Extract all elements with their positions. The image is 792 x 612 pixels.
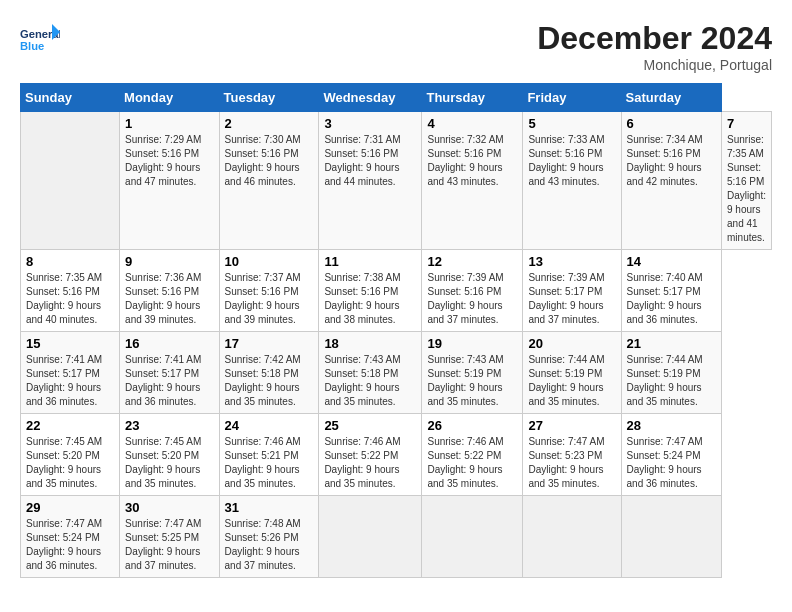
day-number: 29 xyxy=(26,500,114,515)
day-info: Sunrise: 7:30 AMSunset: 5:16 PMDaylight:… xyxy=(225,133,314,189)
day-info: Sunrise: 7:34 AMSunset: 5:16 PMDaylight:… xyxy=(627,133,716,189)
day-info: Sunrise: 7:41 AMSunset: 5:17 PMDaylight:… xyxy=(125,353,213,409)
title-section: December 2024 Monchique, Portugal xyxy=(537,20,772,73)
calendar-day-cell: 15Sunrise: 7:41 AMSunset: 5:17 PMDayligh… xyxy=(21,332,120,414)
day-info: Sunrise: 7:47 AMSunset: 5:23 PMDaylight:… xyxy=(528,435,615,491)
page-header: General Blue December 2024 Monchique, Po… xyxy=(20,20,772,73)
day-info: Sunrise: 7:47 AMSunset: 5:24 PMDaylight:… xyxy=(26,517,114,573)
calendar-day-cell xyxy=(523,496,621,578)
day-info: Sunrise: 7:47 AMSunset: 5:24 PMDaylight:… xyxy=(627,435,716,491)
day-number: 31 xyxy=(225,500,314,515)
day-number: 18 xyxy=(324,336,416,351)
calendar-day-cell xyxy=(21,112,120,250)
calendar-day-cell: 18Sunrise: 7:43 AMSunset: 5:18 PMDayligh… xyxy=(319,332,422,414)
calendar-day-cell: 30Sunrise: 7:47 AMSunset: 5:25 PMDayligh… xyxy=(120,496,219,578)
weekday-header-cell: Saturday xyxy=(621,84,721,112)
day-number: 22 xyxy=(26,418,114,433)
calendar-day-cell xyxy=(319,496,422,578)
day-number: 7 xyxy=(727,116,766,131)
calendar-day-cell: 20Sunrise: 7:44 AMSunset: 5:19 PMDayligh… xyxy=(523,332,621,414)
day-info: Sunrise: 7:31 AMSunset: 5:16 PMDaylight:… xyxy=(324,133,416,189)
calendar-day-cell: 7Sunrise: 7:35 AMSunset: 5:16 PMDaylight… xyxy=(722,112,772,250)
day-info: Sunrise: 7:29 AMSunset: 5:16 PMDaylight:… xyxy=(125,133,213,189)
calendar-day-cell: 5Sunrise: 7:33 AMSunset: 5:16 PMDaylight… xyxy=(523,112,621,250)
day-number: 6 xyxy=(627,116,716,131)
calendar-day-cell: 29Sunrise: 7:47 AMSunset: 5:24 PMDayligh… xyxy=(21,496,120,578)
day-info: Sunrise: 7:45 AMSunset: 5:20 PMDaylight:… xyxy=(26,435,114,491)
calendar-week-row: 1Sunrise: 7:29 AMSunset: 5:16 PMDaylight… xyxy=(21,112,772,250)
day-number: 17 xyxy=(225,336,314,351)
calendar-day-cell: 9Sunrise: 7:36 AMSunset: 5:16 PMDaylight… xyxy=(120,250,219,332)
calendar-day-cell: 4Sunrise: 7:32 AMSunset: 5:16 PMDaylight… xyxy=(422,112,523,250)
day-info: Sunrise: 7:43 AMSunset: 5:18 PMDaylight:… xyxy=(324,353,416,409)
calendar-day-cell: 28Sunrise: 7:47 AMSunset: 5:24 PMDayligh… xyxy=(621,414,721,496)
calendar-table: SundayMondayTuesdayWednesdayThursdayFrid… xyxy=(20,83,772,578)
day-number: 2 xyxy=(225,116,314,131)
calendar-day-cell: 3Sunrise: 7:31 AMSunset: 5:16 PMDaylight… xyxy=(319,112,422,250)
calendar-day-cell xyxy=(621,496,721,578)
day-number: 14 xyxy=(627,254,716,269)
day-info: Sunrise: 7:35 AMSunset: 5:16 PMDaylight:… xyxy=(26,271,114,327)
day-info: Sunrise: 7:48 AMSunset: 5:26 PMDaylight:… xyxy=(225,517,314,573)
calendar-day-cell: 8Sunrise: 7:35 AMSunset: 5:16 PMDaylight… xyxy=(21,250,120,332)
weekday-header-cell: Wednesday xyxy=(319,84,422,112)
day-number: 12 xyxy=(427,254,517,269)
day-number: 30 xyxy=(125,500,213,515)
weekday-header-cell: Tuesday xyxy=(219,84,319,112)
day-info: Sunrise: 7:43 AMSunset: 5:19 PMDaylight:… xyxy=(427,353,517,409)
day-number: 11 xyxy=(324,254,416,269)
calendar-day-cell: 1Sunrise: 7:29 AMSunset: 5:16 PMDaylight… xyxy=(120,112,219,250)
weekday-header-cell: Monday xyxy=(120,84,219,112)
calendar-day-cell: 14Sunrise: 7:40 AMSunset: 5:17 PMDayligh… xyxy=(621,250,721,332)
calendar-body: 1Sunrise: 7:29 AMSunset: 5:16 PMDaylight… xyxy=(21,112,772,578)
calendar-day-cell: 2Sunrise: 7:30 AMSunset: 5:16 PMDaylight… xyxy=(219,112,319,250)
day-number: 26 xyxy=(427,418,517,433)
weekday-header-cell: Thursday xyxy=(422,84,523,112)
day-info: Sunrise: 7:33 AMSunset: 5:16 PMDaylight:… xyxy=(528,133,615,189)
day-number: 19 xyxy=(427,336,517,351)
calendar-day-cell: 6Sunrise: 7:34 AMSunset: 5:16 PMDaylight… xyxy=(621,112,721,250)
day-number: 10 xyxy=(225,254,314,269)
day-info: Sunrise: 7:46 AMSunset: 5:22 PMDaylight:… xyxy=(427,435,517,491)
calendar-day-cell: 25Sunrise: 7:46 AMSunset: 5:22 PMDayligh… xyxy=(319,414,422,496)
calendar-day-cell xyxy=(422,496,523,578)
day-number: 20 xyxy=(528,336,615,351)
day-info: Sunrise: 7:45 AMSunset: 5:20 PMDaylight:… xyxy=(125,435,213,491)
logo: General Blue xyxy=(20,20,66,60)
day-info: Sunrise: 7:32 AMSunset: 5:16 PMDaylight:… xyxy=(427,133,517,189)
day-number: 13 xyxy=(528,254,615,269)
calendar-day-cell: 12Sunrise: 7:39 AMSunset: 5:16 PMDayligh… xyxy=(422,250,523,332)
day-number: 16 xyxy=(125,336,213,351)
day-number: 25 xyxy=(324,418,416,433)
day-info: Sunrise: 7:46 AMSunset: 5:21 PMDaylight:… xyxy=(225,435,314,491)
day-number: 23 xyxy=(125,418,213,433)
calendar-day-cell: 13Sunrise: 7:39 AMSunset: 5:17 PMDayligh… xyxy=(523,250,621,332)
calendar-week-row: 15Sunrise: 7:41 AMSunset: 5:17 PMDayligh… xyxy=(21,332,772,414)
day-number: 3 xyxy=(324,116,416,131)
month-year-title: December 2024 xyxy=(537,20,772,57)
calendar-day-cell: 16Sunrise: 7:41 AMSunset: 5:17 PMDayligh… xyxy=(120,332,219,414)
day-number: 8 xyxy=(26,254,114,269)
day-number: 15 xyxy=(26,336,114,351)
day-info: Sunrise: 7:37 AMSunset: 5:16 PMDaylight:… xyxy=(225,271,314,327)
day-info: Sunrise: 7:44 AMSunset: 5:19 PMDaylight:… xyxy=(627,353,716,409)
day-info: Sunrise: 7:47 AMSunset: 5:25 PMDaylight:… xyxy=(125,517,213,573)
day-info: Sunrise: 7:38 AMSunset: 5:16 PMDaylight:… xyxy=(324,271,416,327)
day-info: Sunrise: 7:39 AMSunset: 5:16 PMDaylight:… xyxy=(427,271,517,327)
svg-text:Blue: Blue xyxy=(20,40,44,52)
calendar-day-cell: 19Sunrise: 7:43 AMSunset: 5:19 PMDayligh… xyxy=(422,332,523,414)
calendar-day-cell: 31Sunrise: 7:48 AMSunset: 5:26 PMDayligh… xyxy=(219,496,319,578)
calendar-week-row: 22Sunrise: 7:45 AMSunset: 5:20 PMDayligh… xyxy=(21,414,772,496)
day-number: 24 xyxy=(225,418,314,433)
calendar-day-cell: 17Sunrise: 7:42 AMSunset: 5:18 PMDayligh… xyxy=(219,332,319,414)
day-number: 28 xyxy=(627,418,716,433)
day-info: Sunrise: 7:40 AMSunset: 5:17 PMDaylight:… xyxy=(627,271,716,327)
day-number: 9 xyxy=(125,254,213,269)
day-info: Sunrise: 7:46 AMSunset: 5:22 PMDaylight:… xyxy=(324,435,416,491)
calendar-day-cell: 24Sunrise: 7:46 AMSunset: 5:21 PMDayligh… xyxy=(219,414,319,496)
calendar-day-cell: 10Sunrise: 7:37 AMSunset: 5:16 PMDayligh… xyxy=(219,250,319,332)
day-number: 27 xyxy=(528,418,615,433)
day-info: Sunrise: 7:39 AMSunset: 5:17 PMDaylight:… xyxy=(528,271,615,327)
weekday-header-cell: Sunday xyxy=(21,84,120,112)
day-number: 4 xyxy=(427,116,517,131)
